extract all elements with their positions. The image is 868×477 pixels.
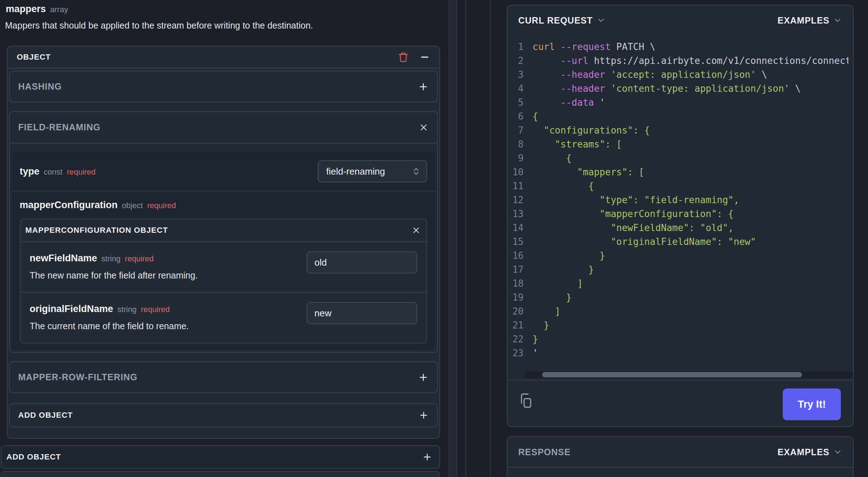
try-it-button[interactable]: Try It! — [783, 388, 841, 420]
line-content: } — [533, 264, 594, 275]
add-object-inner-button[interactable]: ADD OBJECT — [9, 403, 438, 427]
object-title: OBJECT — [17, 52, 51, 62]
curl-examples-dropdown[interactable]: EXAMPLES — [777, 15, 842, 26]
add-object-inner-label: ADD OBJECT — [18, 411, 73, 420]
mapper-row-filtering-section[interactable]: MAPPER-ROW-FILTERING — [9, 361, 438, 393]
line-content: } — [533, 320, 549, 331]
original-field-name-input[interactable] — [307, 302, 417, 324]
line-number: 22 — [508, 334, 524, 345]
curl-request-panel: CURL REQUEST EXAMPLES 1curl --request PA… — [507, 5, 854, 427]
field-renaming-title: FIELD-RENAMING — [18, 122, 101, 132]
line-number: 19 — [508, 292, 524, 303]
code-line: 1curl --request PATCH \ — [508, 40, 848, 54]
new-field-name-label: newFieldName — [30, 253, 97, 264]
vertical-scrollbar[interactable] — [449, 0, 457, 477]
code-line: 18 ] — [508, 276, 848, 290]
close-field-renaming-button[interactable] — [419, 122, 429, 132]
line-content: ] — [533, 278, 583, 289]
line-number: 21 — [508, 320, 524, 331]
chevron-down-icon — [833, 447, 842, 457]
mapper-configuration-kind: object — [122, 201, 143, 210]
original-field-name-label: originalFieldName — [30, 303, 113, 315]
type-property-kind: const — [44, 167, 63, 177]
mapper-configuration-card: MAPPERCONFIGURATION OBJECT newFieldName — [20, 219, 427, 343]
code-line: 23' — [508, 346, 848, 360]
line-number: 14 — [508, 222, 524, 233]
delete-object-button[interactable] — [398, 52, 409, 62]
original-field-name-required: required — [141, 305, 170, 314]
curl-request-dropdown[interactable]: CURL REQUEST — [518, 15, 606, 26]
code-line: 12 "type": "field-renaming", — [508, 193, 848, 207]
line-content: --header 'accept: application/json' \ — [533, 69, 767, 80]
line-content: ' — [533, 348, 538, 358]
line-number: 8 — [508, 139, 524, 150]
type-select[interactable]: field-renaming — [318, 160, 427, 182]
line-number: 20 — [508, 306, 524, 317]
code-line: 6{ — [508, 109, 848, 123]
line-number: 12 — [508, 195, 524, 205]
close-mapper-configuration-button[interactable] — [412, 226, 421, 235]
new-field-name-kind: string — [101, 254, 121, 263]
new-field-name-input[interactable] — [307, 251, 417, 273]
expand-mapper-row-filtering-button[interactable] — [418, 372, 429, 383]
curl-request-title: CURL REQUEST — [518, 15, 593, 26]
horizontal-scrollbar-track[interactable] — [524, 371, 854, 378]
field-name: mappers — [6, 4, 46, 15]
line-number: 15 — [508, 236, 524, 247]
original-field-name-kind: string — [117, 305, 137, 314]
new-field-name-row: newFieldName string required The new nam… — [20, 242, 427, 293]
code-line: 14 "newFieldName": "old", — [508, 221, 848, 235]
mapper-configuration-card-title: MAPPERCONFIGURATION OBJECT — [25, 226, 168, 235]
response-header: RESPONSE EXAMPLES — [508, 437, 853, 468]
field-heading: mappers array — [6, 4, 440, 15]
code-line: 16 } — [508, 248, 848, 262]
mapper-configuration-row: mapperConfiguration object required — [12, 191, 435, 219]
line-number: 18 — [508, 278, 524, 289]
mapper-configuration-required: required — [147, 201, 176, 210]
expand-hashing-button[interactable] — [418, 81, 429, 92]
next-section-partial — [1, 471, 440, 477]
line-number: 1 — [508, 41, 524, 52]
column-divider-faint — [490, 0, 491, 477]
collapse-object-button[interactable] — [419, 52, 430, 62]
response-examples-dropdown[interactable]: EXAMPLES — [777, 447, 842, 457]
copy-button[interactable] — [518, 393, 534, 408]
line-number: 3 — [508, 69, 524, 80]
line-content: --data ' — [533, 97, 605, 108]
hashing-section[interactable]: HASHING — [9, 71, 438, 102]
chevron-down-icon — [596, 16, 606, 25]
copy-icon — [518, 393, 534, 408]
code-line: 11 { — [508, 179, 848, 193]
mapper-configuration-name: mapperConfiguration — [20, 200, 118, 211]
add-object-bottom-button[interactable]: ADD OBJECT — [1, 445, 440, 469]
line-number: 16 — [508, 250, 524, 261]
curl-request-header: CURL REQUEST EXAMPLES — [508, 5, 853, 35]
horizontal-scrollbar-thumb[interactable] — [542, 372, 802, 377]
line-content: "mapperConfiguration": { — [533, 209, 734, 219]
line-content: "mappers": [ — [533, 167, 644, 177]
schema-panel: mappers array Mappers that should be app… — [0, 0, 440, 477]
type-property-name: type — [20, 166, 40, 177]
code-line: 10 "mappers": [ — [508, 165, 848, 179]
mapper-configuration-card-header: MAPPERCONFIGURATION OBJECT — [20, 219, 427, 242]
type-select-value: field-renaming — [326, 166, 385, 177]
response-panel: RESPONSE EXAMPLES — [507, 436, 854, 477]
close-icon — [419, 122, 429, 132]
code-line: 19 } — [508, 290, 848, 304]
line-number: 11 — [508, 181, 524, 191]
chevron-down-icon — [833, 16, 842, 25]
response-examples-label: EXAMPLES — [777, 447, 829, 457]
line-number: 17 — [508, 264, 524, 275]
line-number: 2 — [508, 55, 524, 66]
line-content: --url https://api.airbyte.com/v1/connect… — [533, 55, 848, 66]
type-property-row: type const required field-renaming — [12, 152, 435, 191]
code-line: 8 "streams": [ — [508, 137, 848, 151]
line-content: { — [533, 181, 594, 191]
code-line: 9 { — [508, 151, 848, 165]
code-line: 20 ] — [508, 304, 848, 318]
code-line: 7 "configurations": { — [508, 123, 848, 137]
code-line: 13 "mapperConfiguration": { — [508, 207, 848, 221]
trash-icon — [398, 52, 409, 62]
code-lines: 1curl --request PATCH \2 --url https://a… — [508, 35, 848, 360]
plus-icon — [418, 81, 429, 92]
